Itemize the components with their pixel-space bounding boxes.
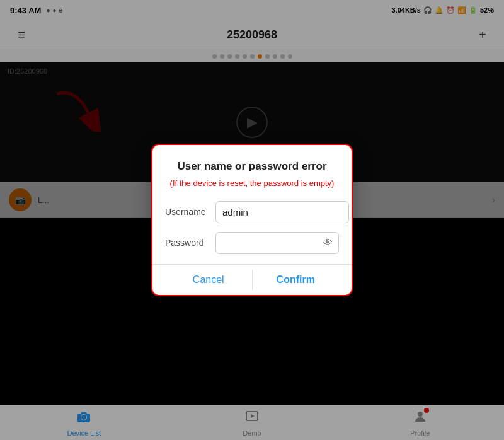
error-dialog: User name or password error (If the devi… — [151, 144, 353, 296]
password-input-wrapper: 👁 — [215, 232, 339, 254]
confirm-button[interactable]: Confirm — [253, 265, 340, 295]
password-input[interactable] — [215, 232, 339, 254]
username-input[interactable] — [215, 201, 349, 223]
cancel-button[interactable]: Cancel — [165, 265, 252, 295]
password-row: Password 👁 — [165, 232, 339, 254]
dialog-overlay: User name or password error (If the devi… — [0, 0, 504, 440]
password-label: Password — [165, 238, 215, 248]
username-row: Username — [165, 201, 339, 223]
dialog-hint: (If the device is reset, the password is… — [165, 178, 339, 189]
dialog-title: User name or password error — [165, 160, 339, 173]
toggle-password-icon[interactable]: 👁 — [323, 237, 333, 248]
username-label: Username — [165, 207, 215, 217]
dialog-actions: Cancel Confirm — [165, 265, 339, 295]
